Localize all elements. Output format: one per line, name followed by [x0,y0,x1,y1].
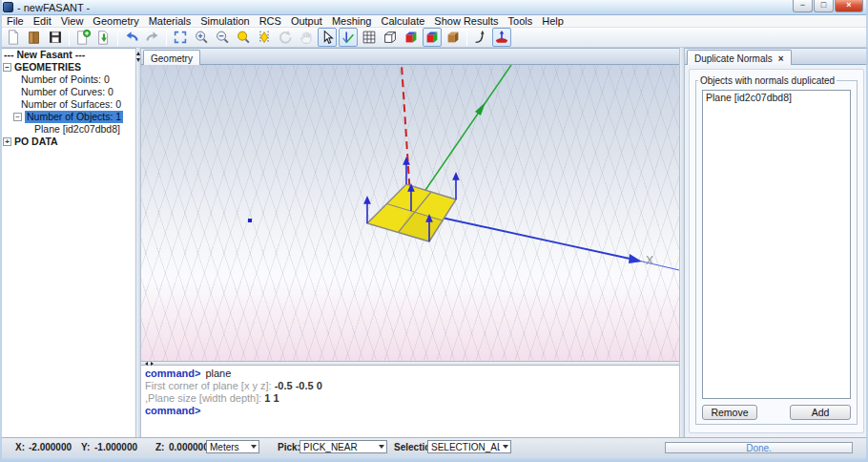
splitter-arrow-icon[interactable] [136,58,140,62]
show-grid-icon[interactable] [360,28,379,47]
toolbar-separator [466,30,467,46]
solid-view-icon[interactable] [402,28,421,47]
new-document-icon[interactable] [4,28,23,47]
list-item[interactable]: Plane [id2c07dbd8] [703,91,850,104]
dropdown-arrow-icon[interactable] [500,445,510,449]
close-button[interactable]: × [835,0,863,12]
menu-file[interactable]: File [2,15,29,28]
menu-help[interactable]: Help [537,15,568,28]
collapse-icon[interactable]: − [13,113,22,121]
solid-selected-view-icon[interactable] [423,28,442,47]
menu-calculate[interactable]: Calculate [376,15,429,28]
x-coord-label: X: [15,442,25,452]
undo-icon[interactable] [122,28,141,47]
viewport-canvas[interactable]: X [141,65,679,361]
tree-root[interactable]: --- New Fasant --- [0,49,135,61]
pick-dropdown[interactable]: PICK_NEAR [300,440,387,453]
viewport[interactable]: X [141,65,679,361]
duplicate-normals-content: Objects with normals duplicated Plane [i… [689,69,864,433]
z-coord-label: Z: [155,442,164,452]
maximize-button[interactable]: □ [814,0,834,12]
menu-view[interactable]: View [56,15,89,28]
tree-node-plane[interactable]: Plane [id2c07dbd8] [0,123,135,136]
selected-tree-item[interactable]: Number of Objects: 1 [25,111,123,123]
y-coord-value: -1.000000 [94,442,137,452]
redo-icon[interactable] [143,28,162,47]
z-coord-value: 0.000000 [169,442,209,452]
units-dropdown[interactable]: Meters [206,440,259,453]
geometry-tree-panel: --- New Fasant --- −GEOMETRIES Number of… [0,48,135,437]
menu-show-results[interactable]: Show Results [429,15,503,28]
viewport-tabstrip: Geometry [141,48,679,65]
tree-node-objects[interactable]: −Number of Objects: 1 [0,111,135,123]
x-coord-value: -2.000000 [29,442,72,452]
remove-button[interactable]: Remove [702,405,757,420]
tree-node-po-data[interactable]: +PO DATA [0,136,135,148]
app-icon [3,2,13,12]
pan-view-icon[interactable] [297,28,316,47]
command-prompt: command> [145,405,200,416]
x-axis-label: X [646,254,653,267]
menu-output[interactable]: Output [286,15,327,28]
tree-node-curves[interactable]: Number of Curves: 0 [0,86,135,98]
splitter-arrow-icon[interactable] [136,52,140,55]
duplicate-normals-panel: Objects with normals duplicated Plane [i… [685,65,868,437]
console-line: ,Plane size [width depth]:1 1 [145,392,679,405]
import-download-icon[interactable] [94,28,114,47]
close-tab-icon[interactable]: × [778,53,784,64]
menu-meshing[interactable]: Meshing [327,15,377,28]
zoom-window-icon[interactable] [234,28,253,47]
status-bar: X: -2.000000 Y: -1.000000 Z: 0.000000 Me… [0,437,868,456]
zoom-out-icon[interactable] [213,28,232,47]
show-normals-icon[interactable] [492,28,511,47]
dropdown-arrow-icon[interactable] [376,445,386,449]
pick-label: Pick: [278,442,300,452]
duplicated-objects-list[interactable]: Plane [id2c07dbd8] [702,90,851,399]
opaque-view-icon[interactable] [444,28,463,47]
toolbar [0,28,868,48]
tab-geometry[interactable]: Geometry [143,50,200,66]
select-cursor-icon[interactable] [318,28,337,47]
toolbar-separator [69,30,70,46]
toolbar-separator [166,30,167,46]
menu-bar: File Edit View Geometry Materials Simula… [0,15,868,28]
console-line: command> [145,405,679,417]
add-button[interactable]: Add [790,405,851,420]
window-title: - newFASANT - [17,2,90,13]
menu-materials[interactable]: Materials [144,15,196,28]
y-axis-arrow-icon [475,102,486,116]
right-tabstrip: Duplicate Normals × [685,48,868,65]
minimize-button[interactable]: − [793,0,813,12]
menu-simulation[interactable]: Simulation [196,15,254,28]
open-icon[interactable] [25,28,44,47]
tab-duplicate-normals[interactable]: Duplicate Normals × [687,50,792,66]
collapse-icon[interactable]: − [3,63,11,72]
point-select-icon[interactable] [255,28,274,47]
bend-curve-icon[interactable] [471,28,490,47]
zoom-in-icon[interactable] [192,28,211,47]
save-icon[interactable] [46,28,65,47]
new-with-add-icon[interactable] [73,28,93,47]
tree-node-surfaces[interactable]: Number of Surfaces: 0 [0,98,135,111]
wireframe-view-icon[interactable] [381,28,400,47]
rotate-view-icon[interactable] [276,28,295,47]
y-axis-line [411,65,511,211]
menu-tools[interactable]: Tools [504,15,538,28]
console-line: First corner of plane [x y z]:-0.5 -0.5 … [145,380,679,392]
groupbox-label: Objects with normals duplicated [698,75,837,86]
menu-rcs[interactable]: RCS [255,15,286,28]
show-axes-icon[interactable] [339,28,358,47]
command-console[interactable]: command>plane First corner of plane [x y… [141,366,679,437]
menu-geometry[interactable]: Geometry [88,15,143,28]
tree-root-label: --- New Fasant --- [4,49,85,61]
tree-node-geometries[interactable]: −GEOMETRIES [0,61,135,74]
fit-view-icon[interactable] [171,28,190,47]
expand-icon[interactable]: + [3,137,11,146]
command-text: plane [205,368,231,379]
menu-edit[interactable]: Edit [29,15,56,28]
console-line: command>plane [145,368,679,380]
x-axis-arrow-icon [629,254,642,263]
tree-node-points[interactable]: Number of Points: 0 [0,74,135,86]
selection-dropdown[interactable]: SELECTION_ALL [427,440,511,453]
dropdown-arrow-icon[interactable] [248,445,258,449]
